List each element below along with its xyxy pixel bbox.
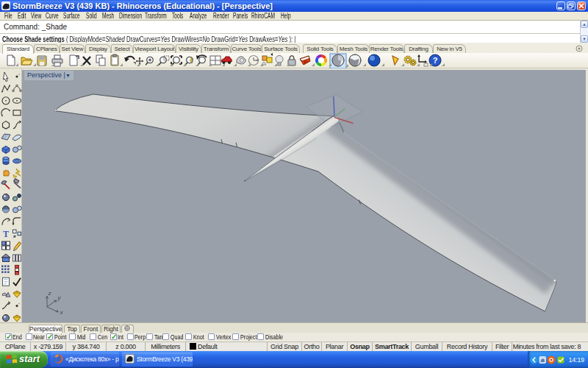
svg-text:?: ? — [433, 56, 438, 65]
svg-text:T: T — [3, 229, 9, 239]
svg-text:z: z — [48, 290, 51, 297]
